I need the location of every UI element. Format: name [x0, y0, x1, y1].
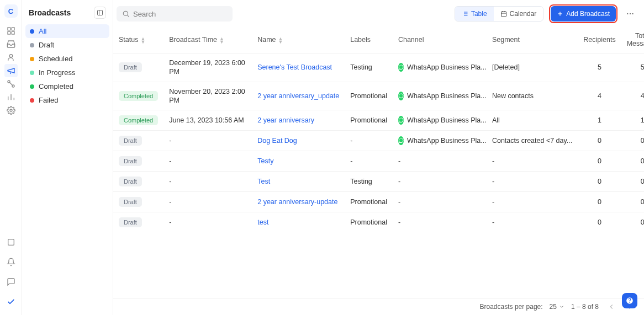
svg-rect-13	[98, 10, 103, 15]
col-total-messages[interactable]: Total Messages	[621, 26, 644, 54]
recipients-cell: 0	[578, 131, 621, 151]
reports-icon[interactable]	[4, 90, 18, 104]
svg-point-11	[10, 109, 12, 111]
segment-cell: -	[487, 151, 578, 172]
broadcast-name-link[interactable]: Dog Eat Dog	[257, 137, 297, 145]
add-broadcast-button[interactable]: Add Broadcast	[551, 6, 616, 22]
filter-draft[interactable]: Draft	[25, 38, 109, 52]
help-fab-button[interactable]	[622, 293, 637, 308]
broadcast-name-link[interactable]: test	[257, 218, 268, 226]
status-badge: Draft	[119, 136, 142, 146]
broadcast-name-link[interactable]: 2 year anniversary_update	[257, 92, 339, 100]
col-time[interactable]: Broadcast Time▲▼	[163, 26, 252, 54]
plus-icon	[557, 10, 563, 17]
channel-name: WhatsApp Business Pla...	[407, 92, 487, 100]
channel-cell: -	[393, 172, 487, 192]
recipients-cell: 5	[578, 54, 621, 82]
broadcast-time: November 20, 2023 2:00 PM	[169, 87, 246, 105]
channel-cell: -	[393, 192, 487, 212]
col-status[interactable]: Status▲▼	[113, 26, 163, 54]
broadcast-time: -	[169, 136, 246, 145]
workflow-icon[interactable]	[4, 77, 18, 90]
filter-failed[interactable]: Failed	[25, 93, 109, 107]
search-input-wrapper[interactable]	[117, 6, 233, 22]
broadcasts-table: Status▲▼ Broadcast Time▲▼ Name▲▼ Labels …	[113, 26, 644, 232]
status-dot-icon	[30, 71, 34, 75]
prev-page-button[interactable]	[605, 303, 617, 311]
table-row[interactable]: Draft-Dog Eat Dog-WhatsApp Business Pla.…	[113, 131, 644, 151]
col-labels[interactable]: Labels	[345, 26, 393, 54]
inbox-icon[interactable]	[4, 38, 18, 51]
chevron-down-icon	[559, 304, 564, 309]
labels-cell: Promotional	[345, 212, 393, 233]
search-input[interactable]	[133, 10, 227, 18]
more-actions-button[interactable]	[623, 7, 637, 21]
table-row[interactable]: Draft-Testy---00	[113, 151, 644, 172]
filter-scheduled[interactable]: Scheduled	[25, 52, 109, 66]
status-badge: Draft	[119, 156, 142, 166]
sidebar-title: Broadcasts	[29, 8, 71, 17]
check-icon[interactable]	[4, 295, 18, 308]
labels-cell: Promotional	[345, 82, 393, 110]
bell-icon[interactable]	[4, 255, 18, 269]
recipients-cell: 0	[578, 172, 621, 192]
view-table-button[interactable]: Table	[455, 7, 494, 21]
channel-name: WhatsApp Business Pla...	[407, 137, 487, 145]
table-row[interactable]: DraftDecember 19, 2023 6:00 PMSerene's T…	[113, 54, 644, 82]
svg-line-7	[9, 82, 12, 85]
dots-horizontal-icon	[626, 9, 635, 18]
segment-cell: -	[487, 212, 578, 233]
broadcast-name-link[interactable]: Testy	[257, 157, 273, 165]
status-dot-icon	[30, 43, 34, 47]
contacts-icon[interactable]	[4, 51, 18, 64]
status-badge: Completed	[119, 91, 158, 101]
total-messages-cell: 4	[621, 82, 644, 110]
total-messages-cell: 1	[621, 110, 644, 131]
table-row[interactable]: CompletedNovember 20, 2023 2:00 PM2 year…	[113, 82, 644, 110]
col-segment[interactable]: Segment	[487, 26, 578, 54]
add-broadcast-label: Add Broadcast	[566, 10, 610, 18]
labels-cell: Promotional	[345, 110, 393, 131]
svg-rect-23	[501, 12, 506, 17]
segment-cell: Contacts created <7 day...	[487, 131, 578, 151]
broadcast-name-link[interactable]: Test	[257, 178, 270, 185]
labels-cell: -	[345, 151, 393, 172]
status-dot-icon	[30, 84, 34, 89]
chevron-left-icon	[608, 303, 615, 311]
channel-cell: WhatsApp Business Pla...	[393, 54, 487, 82]
table-row[interactable]: Draft-testPromotional--00	[113, 212, 644, 233]
broadcast-name-link[interactable]: Serene's Test Broadcast	[257, 63, 332, 71]
box-icon[interactable]	[4, 236, 18, 249]
recipients-cell: 1	[578, 110, 621, 131]
col-channel[interactable]: Channel	[393, 26, 487, 54]
filter-completed[interactable]: Completed	[25, 79, 109, 93]
main-panel: Table Calendar Add Broadcast Status▲▼ Br…	[113, 0, 644, 315]
total-messages-cell: 0	[621, 131, 644, 151]
view-table-label: Table	[471, 10, 487, 18]
broadcast-name-link[interactable]: 2 year anniversary	[257, 116, 314, 124]
col-recipients[interactable]: Recipients	[578, 26, 621, 54]
table-row[interactable]: Draft-TestTesting--00	[113, 172, 644, 192]
collapse-sidebar-button[interactable]	[94, 7, 106, 19]
brand-logo[interactable]: C	[4, 4, 18, 18]
view-calendar-button[interactable]: Calendar	[494, 7, 543, 21]
per-page-select[interactable]: 25	[550, 303, 564, 311]
channel-cell: WhatsApp Business Pla...	[393, 131, 487, 151]
pagination-footer: Broadcasts per page: 25 1 – 8 of 8	[113, 298, 644, 315]
table-row[interactable]: Draft-2 year anniversary-updatePromotion…	[113, 192, 644, 212]
labels-cell: Testing	[345, 172, 393, 192]
broadcast-icon[interactable]	[4, 64, 18, 77]
col-name[interactable]: Name▲▼	[252, 26, 345, 54]
channel-cell: -	[393, 212, 487, 233]
segment-cell: -	[487, 172, 578, 192]
settings-icon[interactable]	[4, 104, 18, 117]
broadcast-name-link[interactable]: 2 year anniversary-update	[257, 198, 337, 206]
chat-icon[interactable]	[4, 275, 18, 289]
filter-in-progress[interactable]: In Progress	[25, 66, 109, 79]
broadcast-time: December 19, 2023 6:00 PM	[169, 58, 246, 77]
search-icon	[122, 10, 130, 18]
table-row[interactable]: CompletedJune 13, 2023 10:56 AM2 year an…	[113, 110, 644, 131]
dashboard-icon[interactable]	[4, 24, 18, 38]
filter-all[interactable]: All	[25, 24, 109, 38]
svg-point-29	[627, 13, 628, 14]
